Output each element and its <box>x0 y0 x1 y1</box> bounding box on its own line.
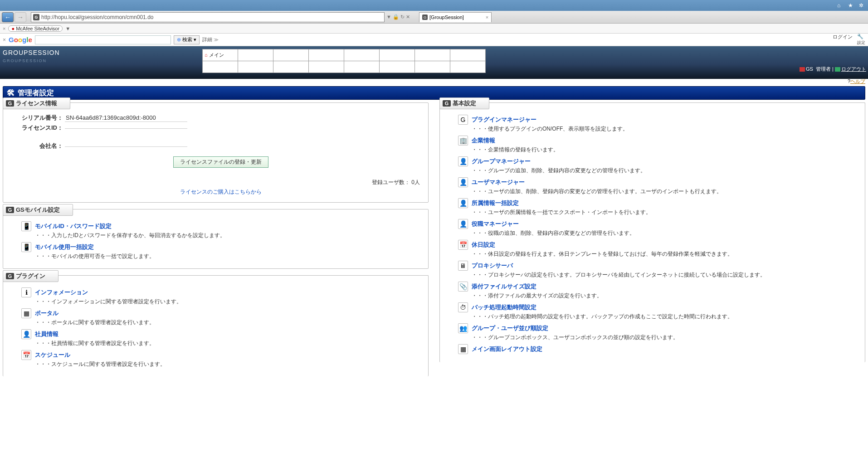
link-holiday[interactable]: 休日設定 <box>472 241 495 248</box>
gs-logo: GROUPSESSION GROUPSESSION <box>3 49 60 63</box>
desc-portal: ・・・ポータルに関する管理者設定を行います。 <box>35 319 155 326</box>
menu-cell[interactable] <box>238 61 273 73</box>
gs-main-menu: ⌂メイン <box>202 49 486 73</box>
link-belong-batch[interactable]: 所属情報一括設定 <box>472 199 519 206</box>
setting-item-belong-batch: 👤所属情報一括設定・・・ユーザの所属情報を一括でエクスポート・インポートを行いま… <box>458 199 857 216</box>
tab-close-icon[interactable]: × <box>486 15 488 20</box>
link-plugin-manager[interactable]: プラグインマネージャー <box>472 116 536 123</box>
menu-main[interactable]: ⌂メイン <box>203 49 238 61</box>
setting-item-main-layout: ▦メイン画面レイアウト設定 <box>458 345 857 354</box>
desc-proxy: ・・・プロキシサーバの設定を行います。プロキシサーバを経由してインターネットに接… <box>472 271 766 279</box>
google-login-link[interactable]: ログイン <box>833 34 853 46</box>
home-icon[interactable]: ⌂ <box>837 2 844 9</box>
setting-item-role-manager: 👤役職マネージャー・・・役職の追加、削除、登録内容の変更などの管理を行います。 <box>458 220 857 237</box>
serial-value: SN-64aa6d87:1369cac809d:-8000 <box>65 114 187 122</box>
basic-panel-body: Gプラグインマネージャー・・・使用するプラグインのON/OFF、表示順等を設定し… <box>440 116 865 362</box>
admin-title-bar: 🛠 管理者設定 <box>3 86 865 100</box>
mcafee-badge[interactable]: ● McAfee SiteAdvisor <box>8 25 63 32</box>
link-user-manager[interactable]: ユーザマネージャー <box>472 179 525 185</box>
desc-company-info: ・・・企業情報の登録を行います。 <box>472 146 559 154</box>
menu-cell[interactable] <box>380 49 415 61</box>
menu-cell[interactable] <box>273 61 309 73</box>
panel-title: GGSモバイル設定 <box>3 204 73 216</box>
google-settings-icon[interactable]: 🔧設定 <box>857 34 865 46</box>
menu-cell[interactable] <box>380 61 415 73</box>
link-group-manager[interactable]: グループマネージャー <box>472 158 531 165</box>
group-user-order-icon: 👥 <box>458 323 468 333</box>
help-row: ?ヘルプ <box>848 78 865 85</box>
forward-button[interactable]: → <box>15 12 26 22</box>
mcafee-close-icon[interactable]: × <box>3 26 5 31</box>
google-search-input[interactable] <box>35 35 171 44</box>
link-information[interactable]: インフォメーション <box>35 289 88 296</box>
google-close-icon[interactable]: × <box>3 37 6 43</box>
desc-belong-batch: ・・・ユーザの所属情報を一括でエクスポート・インポートを行います。 <box>472 209 651 216</box>
menu-cell[interactable] <box>344 61 380 73</box>
tools-icon[interactable]: ✲ <box>859 2 865 9</box>
gs-icon <box>800 67 805 72</box>
panel-title: Gプラグイン <box>3 270 59 282</box>
link-main-layout[interactable]: メイン画面レイアウト設定 <box>472 345 542 352</box>
tab-favicon: G <box>422 15 428 20</box>
setting-item-group-manager: 👤グループマネージャー・・・グループの追加、削除、登録内容の変更などの管理を行い… <box>458 157 857 175</box>
favorites-icon[interactable]: ★ <box>848 2 854 9</box>
menu-cell[interactable] <box>309 61 344 73</box>
google-detail-link[interactable]: 詳細 ≫ <box>202 36 219 43</box>
link-portal[interactable]: ポータル <box>35 310 59 316</box>
license-id-value <box>65 127 187 129</box>
link-group-user-order[interactable]: グループ・ユーザ並び順設定 <box>472 325 548 331</box>
menu-cell[interactable] <box>344 49 380 61</box>
setting-item-batch-time: ⏱バッチ処理起動時間設定・・・バッチ処理の起動時間の設定を行います。バックアップ… <box>458 303 857 321</box>
license-panel: Gライセンス情報 シリアル番号：SN-64aa6d87:1369cac809d:… <box>3 102 429 203</box>
menu-cell[interactable] <box>415 49 450 61</box>
setting-item-information: ℹインフォメーション・・・インフォメーションに関する管理者設定を行います。 <box>21 288 420 306</box>
mobile-id-password-icon: 📱 <box>21 221 31 231</box>
role-manager-icon: 👤 <box>458 219 468 229</box>
menu-cell[interactable] <box>203 61 238 73</box>
mcafee-dropdown-icon[interactable]: ▼ <box>65 26 70 31</box>
user-manager-icon: 👤 <box>458 177 468 187</box>
setting-item-holiday: 📅休日設定・・・休日設定の登録を行えます。休日テンプレートを登録しておけば、毎年… <box>458 241 857 258</box>
logout-link[interactable]: ログアウト <box>841 66 866 72</box>
menu-cell[interactable] <box>450 61 486 73</box>
license-purchase-link[interactable]: ライセンスのご購入はこちらから <box>21 188 420 196</box>
license-register-button[interactable]: ライセンスファイルの登録・更新 <box>173 156 268 168</box>
url-actions[interactable]: ▼ 🔒 ↻ ✕ <box>386 14 410 20</box>
google-search-button[interactable]: ⊕検索 ▾ <box>174 35 200 44</box>
desc-role-manager: ・・・役職の追加、削除、登録内容の変更などの管理を行います。 <box>472 229 635 237</box>
setting-item-user-manager: 👤ユーザマネージャー・・・ユーザの追加、削除、登録内容の変更などの管理を行います… <box>458 178 857 195</box>
back-button[interactable]: ← <box>2 12 14 22</box>
tab-title: [GroupSession] <box>429 15 464 20</box>
link-schedule[interactable]: スケジュール <box>35 351 70 358</box>
link-attachment-size[interactable]: 添付ファイルサイズ設定 <box>472 283 536 290</box>
serial-label: シリアル番号： <box>21 114 63 122</box>
basic-panel: G基本設定 Gプラグインマネージャー・・・使用するプラグインのON/OFF、表示… <box>439 102 865 362</box>
browser-titlebar: ⌂ ★ ✲ <box>0 0 868 11</box>
menu-cell[interactable] <box>273 49 309 61</box>
google-logo: Google <box>9 36 32 44</box>
help-link[interactable]: ヘルプ <box>850 78 865 84</box>
desc-schedule: ・・・スケジュールに関する管理者設定を行います。 <box>35 360 166 368</box>
menu-cell[interactable] <box>450 49 486 61</box>
link-mobile-id-password[interactable]: モバイルID・パスワード設定 <box>35 223 112 229</box>
desc-batch-time: ・・・バッチ処理の起動時間の設定を行います。バックアップの作成もここで設定した時… <box>472 313 733 321</box>
desc-holiday: ・・・休日設定の登録を行えます。休日テンプレートを登録しておけば、毎年の登録作業… <box>472 250 733 258</box>
menu-cell[interactable] <box>238 49 273 61</box>
plugin-panel-body: ℹインフォメーション・・・インフォメーションに関する管理者設定を行います。▦ポー… <box>3 288 428 376</box>
browser-tab[interactable]: G [GroupSession] × <box>419 12 492 22</box>
link-role-manager[interactable]: 役職マネージャー <box>472 220 519 227</box>
link-company-info[interactable]: 企業情報 <box>472 137 495 144</box>
link-proxy[interactable]: プロキシサーバ <box>472 262 513 269</box>
setting-item-shain-info: 👤社員情報・・・社員情報に関する管理者設定を行います。 <box>21 330 420 347</box>
menu-cell[interactable] <box>309 49 344 61</box>
attachment-size-icon: 📎 <box>458 282 468 292</box>
menu-cell[interactable] <box>415 61 450 73</box>
url-field[interactable]: G http://hopu.local/gsession/common/cmn0… <box>31 12 385 22</box>
mobile-panel-body: 📱モバイルID・パスワード設定・・・入力したIDとパスワードを保存するか、毎回消… <box>3 222 428 268</box>
link-batch-time[interactable]: バッチ処理起動時間設定 <box>472 304 536 311</box>
information-icon: ℹ <box>21 287 31 297</box>
link-mobile-use-batch[interactable]: モバイル使用一括設定 <box>35 243 94 250</box>
shain-info-icon: 👤 <box>21 329 31 339</box>
mobile-panel: GGSモバイル設定 📱モバイルID・パスワード設定・・・入力したIDとパスワード… <box>3 209 429 269</box>
link-shain-info[interactable]: 社員情報 <box>35 331 59 337</box>
